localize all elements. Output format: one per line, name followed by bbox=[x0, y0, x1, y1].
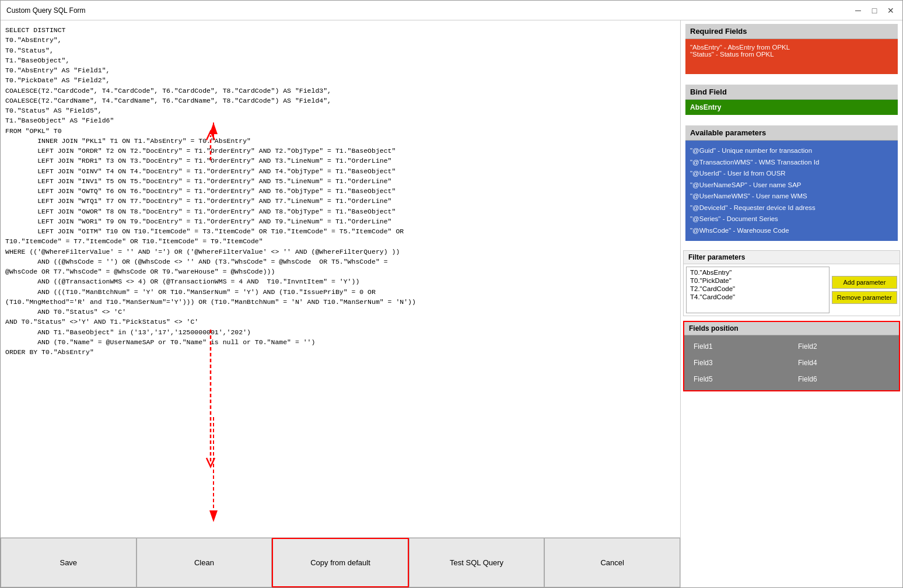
filter-list-item[interactable]: T2."CardCode" bbox=[688, 285, 828, 293]
field-position-item: Field5 bbox=[688, 372, 791, 387]
bottom-bar: Save Clean Copy from default Test SQL Qu… bbox=[1, 537, 680, 587]
available-param-item: "@DeviceId" - Requester device Id adress bbox=[690, 202, 893, 214]
remove-parameter-button[interactable]: Remove parameter bbox=[832, 291, 897, 304]
required-fields-content: "AbsEntry" - AbsEntry from OPKL "Status"… bbox=[690, 44, 790, 58]
available-param-item: "@UserNameWMS" - User name WMS bbox=[690, 191, 893, 202]
test-sql-query-button[interactable]: Test SQL Query bbox=[409, 538, 545, 587]
left-panel: Save Clean Copy from default Test SQL Qu… bbox=[1, 20, 681, 587]
cancel-button[interactable]: Cancel bbox=[544, 538, 680, 587]
fields-grid: Field1Field2Field3Field4Field5Field6 bbox=[684, 335, 899, 390]
required-fields-title: Required Fields bbox=[685, 24, 898, 39]
available-parameters-title: Available parameters bbox=[685, 125, 898, 141]
fields-position-title: Fields position bbox=[684, 322, 899, 335]
field-position-item: Field3 bbox=[688, 355, 791, 370]
available-param-item: "@TransactionWMS" - WMS Transaction Id bbox=[690, 157, 893, 169]
bind-field-title: Bind Field bbox=[685, 85, 898, 100]
window-title: Custom Query SQL Form bbox=[6, 6, 86, 15]
minimize-button[interactable]: ─ bbox=[852, 5, 864, 16]
add-parameter-button[interactable]: Add parameter bbox=[832, 276, 897, 289]
main-window: Custom Query SQL Form ─ □ ✕ bbox=[0, 0, 903, 588]
sql-editor[interactable] bbox=[1, 20, 680, 537]
field-position-item: Field1 bbox=[688, 339, 791, 354]
filter-list-item[interactable]: T4."CardCode" bbox=[688, 293, 828, 301]
available-param-item: "@Guid" - Unique number for transaction bbox=[690, 145, 893, 157]
window-controls: ─ □ ✕ bbox=[852, 5, 897, 16]
title-bar: Custom Query SQL Form ─ □ ✕ bbox=[1, 1, 902, 20]
filter-buttons: Add parameter Remove parameter bbox=[832, 267, 897, 313]
bind-field-value: AbsEntry bbox=[685, 100, 898, 115]
required-fields-box: "AbsEntry" - AbsEntry from OPKL "Status"… bbox=[685, 39, 898, 74]
available-parameters-box: "@Guid" - Unique number for transaction"… bbox=[685, 141, 898, 241]
filter-list-item[interactable]: T0."AbsEntry" bbox=[688, 268, 828, 276]
filter-list-item[interactable]: T0."PickDate" bbox=[688, 276, 828, 285]
close-button[interactable]: ✕ bbox=[885, 5, 897, 16]
save-button[interactable]: Save bbox=[1, 538, 136, 587]
sql-editor-wrapper bbox=[1, 20, 680, 537]
clean-button[interactable]: Clean bbox=[136, 538, 272, 587]
bind-field-section: Bind Field AbsEntry bbox=[681, 81, 902, 122]
field-position-item: Field4 bbox=[792, 355, 895, 370]
available-param-item: "@UserId" - User Id from OUSR bbox=[690, 168, 893, 180]
maximize-button[interactable]: □ bbox=[869, 5, 880, 16]
available-parameters-section: Available parameters "@Guid" - Unique nu… bbox=[681, 122, 902, 248]
main-content: Save Clean Copy from default Test SQL Qu… bbox=[1, 20, 902, 587]
available-param-item: "@WhsCode" - Warehouse Code bbox=[690, 225, 893, 237]
right-panel: Required Fields "AbsEntry" - AbsEntry fr… bbox=[681, 20, 902, 587]
copy-from-default-button[interactable]: Copy from default bbox=[272, 538, 409, 587]
filter-parameters-section: Filter parameters T0."AbsEntry"T0."PickD… bbox=[683, 250, 900, 316]
field-position-item: Field2 bbox=[792, 339, 895, 354]
required-fields-section: Required Fields "AbsEntry" - AbsEntry fr… bbox=[681, 20, 902, 81]
available-param-item: "@Series" - Document Series bbox=[690, 214, 893, 225]
fields-position-section: Fields position Field1Field2Field3Field4… bbox=[683, 321, 900, 391]
filter-parameters-body: T0."AbsEntry"T0."PickDate"T2."CardCode"T… bbox=[684, 264, 900, 316]
filter-parameters-title: Filter parameters bbox=[684, 251, 900, 264]
field-position-item: Field6 bbox=[792, 372, 895, 387]
filter-list[interactable]: T0."AbsEntry"T0."PickDate"T2."CardCode"T… bbox=[686, 267, 830, 313]
available-param-item: "@UserNameSAP" - User name SAP bbox=[690, 180, 893, 191]
